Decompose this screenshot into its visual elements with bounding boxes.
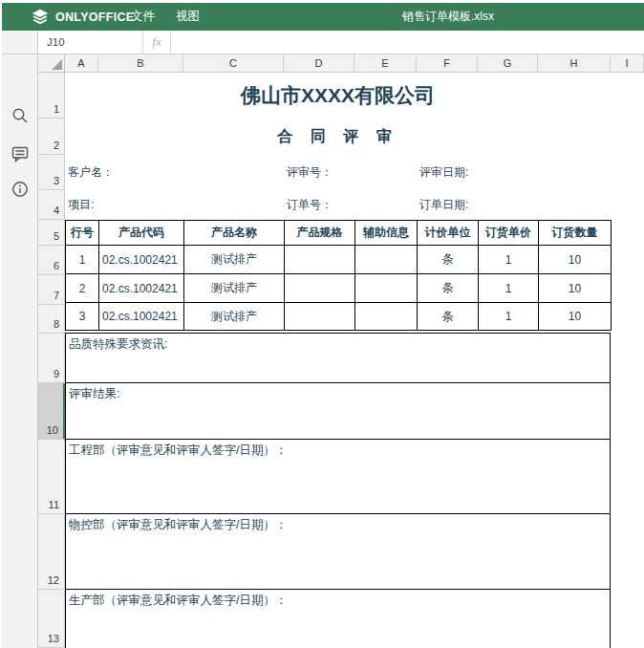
- cell-name-box[interactable]: [38, 31, 143, 54]
- column-header-h[interactable]: H: [538, 54, 611, 73]
- cell-product-code[interactable]: 02.cs.1002421: [99, 246, 184, 274]
- column-header-g[interactable]: G: [478, 54, 538, 73]
- cell-product-name[interactable]: 测试排产: [184, 303, 285, 331]
- top-bar: ONLYOFFICE 文件 视图 销售订单模板.xlsx: [2, 3, 644, 31]
- row-header-4[interactable]: 4: [38, 190, 65, 220]
- table-row: 3 02.cs.1002421 测试排产 条 1 10: [66, 303, 612, 331]
- cell-price-unit[interactable]: 条: [418, 246, 479, 274]
- header-product-spec[interactable]: 产品规格: [285, 221, 355, 246]
- cell-price-unit[interactable]: 条: [418, 303, 479, 331]
- row-header-3[interactable]: 3: [38, 155, 65, 190]
- row-header-9[interactable]: 9: [38, 334, 65, 383]
- header-order-qty[interactable]: 订货数量: [539, 221, 612, 246]
- table-row: 2 02.cs.1002421 测试排产 条 1 10: [66, 274, 612, 303]
- row-header-1[interactable]: 1: [38, 73, 65, 119]
- row-header-8[interactable]: 8: [38, 305, 65, 334]
- cell-unit-price[interactable]: 1: [479, 274, 539, 303]
- cell-aux-info[interactable]: [355, 246, 418, 274]
- cell-company-title[interactable]: 佛山市XXXX有限公司: [65, 73, 611, 119]
- cell-product-spec[interactable]: [285, 246, 355, 274]
- section-production-dept[interactable]: 生产部（评审意见和评审人签字/日期）：: [65, 589, 611, 648]
- cell-product-code[interactable]: 02.cs.1002421: [99, 274, 184, 303]
- row-header-11[interactable]: 11: [38, 440, 65, 514]
- cell-product-code[interactable]: 02.cs.1002421: [99, 303, 184, 331]
- cell-project-label[interactable]: 项目:: [68, 190, 94, 220]
- formula-bar: fx: [2, 31, 644, 54]
- row-header-5[interactable]: 5: [38, 220, 65, 246]
- document-title[interactable]: 销售订单模板.xlsx: [402, 3, 494, 31]
- section-engineering-dept[interactable]: 工程部（评审意见和评审人签字/日期）：: [65, 439, 611, 514]
- info-row-3: 客户名： 评审号： 评审日期:: [65, 155, 611, 190]
- cell-price-unit[interactable]: 条: [418, 274, 479, 303]
- section-review-result[interactable]: 评审结果:: [65, 382, 611, 440]
- menu-view[interactable]: 视图: [176, 3, 200, 31]
- column-header-a[interactable]: A: [65, 54, 98, 73]
- cell-aux-info[interactable]: [355, 274, 418, 303]
- app-logo: ONLYOFFICE: [31, 3, 134, 31]
- info-row-4: 项目: 订单号： 订单日期:: [65, 190, 611, 220]
- cell-product-spec[interactable]: [285, 274, 355, 303]
- section-material-control-dept[interactable]: 物控部（评审意见和评审人签字/日期）：: [65, 513, 611, 590]
- column-header-b[interactable]: B: [98, 54, 183, 73]
- cell-unit-price[interactable]: 1: [479, 246, 539, 274]
- section-quality-requirements[interactable]: 品质特殊要求资讯:: [65, 333, 611, 383]
- header-unit-price[interactable]: 订货单价: [479, 221, 539, 246]
- header-line-no[interactable]: 行号: [66, 221, 99, 246]
- select-all-corner[interactable]: [38, 54, 65, 73]
- table-row: 1 02.cs.1002421 测试排产 条 1 10: [66, 246, 612, 274]
- left-toolbar: [2, 54, 38, 648]
- header-product-code[interactable]: 产品代码: [99, 221, 184, 246]
- row-headers: 1 2 3 4 5 6 7 8 9 10 11 12 13: [38, 73, 65, 648]
- spreadsheet-app-window: ONLYOFFICE 文件 视图 销售订单模板.xlsx fx: [0, 0, 644, 648]
- cell-unit-price[interactable]: 1: [479, 303, 539, 331]
- comments-icon[interactable]: [11, 144, 30, 163]
- table-header-row: 行号 产品代码 产品名称 产品规格 辅助信息 计价单位 订货单价 订货数量: [66, 221, 612, 246]
- cell-order-date-label[interactable]: 订单日期:: [419, 190, 468, 220]
- brand-name: ONLYOFFICE: [55, 11, 134, 24]
- row-header-2[interactable]: 2: [38, 119, 65, 155]
- row-header-6[interactable]: 6: [38, 246, 65, 275]
- cell-doc-heading[interactable]: 合 同 评 审: [65, 119, 611, 155]
- row-header-7[interactable]: 7: [38, 275, 65, 305]
- cell-review-no-label[interactable]: 评审号：: [287, 155, 333, 190]
- cell-customer-label[interactable]: 客户名：: [68, 155, 114, 190]
- cell-line-no[interactable]: 1: [66, 246, 99, 274]
- formula-input[interactable]: [171, 31, 644, 54]
- order-items-table: 行号 产品代码 产品名称 产品规格 辅助信息 计价单位 订货单价 订货数量 1 …: [65, 220, 612, 331]
- onlyoffice-layers-icon: [31, 9, 50, 26]
- column-header-e[interactable]: E: [354, 54, 417, 73]
- column-header-i[interactable]: I: [611, 54, 644, 73]
- cell-line-no[interactable]: 3: [66, 303, 99, 331]
- cell-line-no[interactable]: 2: [66, 274, 99, 303]
- spreadsheet-grid: A B C D E F G H I 1 2 3 4 5 6 7 8 9 10 1…: [38, 54, 644, 648]
- header-aux-info[interactable]: 辅助信息: [355, 221, 418, 246]
- column-headers: A B C D E F G H I: [65, 54, 644, 73]
- cell-product-spec[interactable]: [285, 303, 355, 331]
- header-product-name[interactable]: 产品名称: [184, 221, 285, 246]
- menu-file[interactable]: 文件: [131, 3, 155, 31]
- cell-order-qty[interactable]: 10: [539, 303, 612, 331]
- cell-order-no-label[interactable]: 订单号：: [287, 190, 333, 220]
- column-header-d[interactable]: D: [284, 54, 354, 73]
- cell-review-date-label[interactable]: 评审日期:: [419, 155, 468, 190]
- insert-function-button[interactable]: fx: [143, 31, 171, 54]
- about-info-icon[interactable]: [11, 180, 30, 199]
- formula-bar-left-spacer: [2, 31, 38, 54]
- cell-product-name[interactable]: 测试排产: [184, 274, 285, 303]
- column-header-c[interactable]: C: [183, 54, 284, 73]
- cell-order-qty[interactable]: 10: [539, 246, 612, 274]
- column-header-f[interactable]: F: [417, 54, 478, 73]
- cell-order-qty[interactable]: 10: [539, 274, 612, 303]
- select-all-triangle-icon: [52, 59, 62, 70]
- row-header-12[interactable]: 12: [38, 514, 65, 590]
- cell-aux-info[interactable]: [355, 303, 418, 331]
- row-header-10-selected[interactable]: 10: [38, 383, 65, 440]
- header-price-unit[interactable]: 计价单位: [418, 221, 479, 246]
- cell-product-name[interactable]: 测试排产: [184, 246, 285, 274]
- row-header-13[interactable]: 13: [38, 590, 65, 648]
- sheet-canvas[interactable]: 佛山市XXXX有限公司 合 同 评 审 客户名： 评审号： 评审日期: 项目: …: [65, 73, 644, 648]
- search-icon[interactable]: [11, 106, 30, 125]
